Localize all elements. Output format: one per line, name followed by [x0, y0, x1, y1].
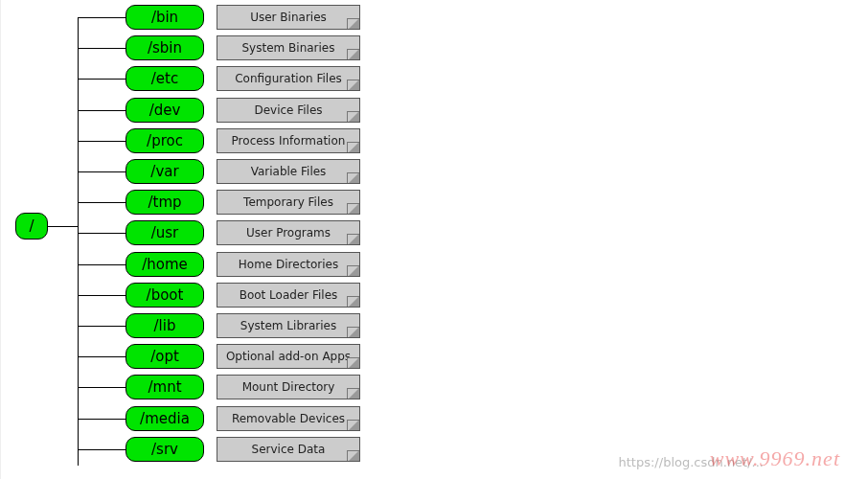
- desc-node-10: System Libraries: [217, 313, 360, 338]
- dir-label: /var: [150, 163, 178, 180]
- connector-branch-10: [78, 326, 126, 327]
- desc-label: Process Information: [232, 134, 346, 148]
- dir-node-tmp: /tmp: [126, 190, 204, 215]
- dir-node-var: /var: [126, 159, 204, 184]
- desc-node-5: Variable Files: [217, 159, 360, 184]
- desc-node-0: User Binaries: [217, 5, 360, 30]
- connector-branch-2: [78, 79, 126, 80]
- desc-label: Configuration Files: [235, 72, 342, 85]
- connector-branch-1: [78, 48, 126, 49]
- desc-label: System Binaries: [242, 41, 335, 55]
- desc-node-9: Boot Loader Files: [217, 283, 360, 308]
- connector-root: [48, 226, 78, 227]
- desc-node-8: Home Directories: [217, 252, 360, 277]
- root-node: /: [15, 213, 48, 240]
- dir-label: /usr: [151, 224, 179, 241]
- connector-branch-14: [78, 449, 126, 450]
- dir-node-etc: /etc: [126, 66, 204, 91]
- dir-label: /proc: [147, 132, 183, 149]
- desc-node-2: Configuration Files: [217, 66, 360, 91]
- dir-node-opt: /opt: [126, 344, 204, 369]
- desc-node-12: Mount Directory: [217, 375, 360, 399]
- dir-label: /mnt: [148, 378, 181, 396]
- dir-label: /boot: [147, 286, 184, 304]
- desc-node-6: Temporary Files: [217, 190, 360, 215]
- desc-label: Removable Devices: [232, 412, 345, 425]
- connector-branch-8: [78, 264, 126, 265]
- desc-node-4: Process Information: [217, 128, 360, 153]
- desc-node-14: Service Data: [217, 437, 360, 462]
- dir-node-dev: /dev: [126, 98, 204, 123]
- connector-branch-6: [78, 202, 126, 203]
- desc-node-1: System Binaries: [217, 35, 360, 60]
- desc-label: User Binaries: [250, 11, 327, 24]
- dir-node-proc: /proc: [126, 128, 204, 153]
- connector-branch-3: [78, 110, 126, 111]
- dir-node-media: /media: [126, 406, 204, 431]
- connector-trunk: [78, 17, 79, 466]
- dir-node-usr: /usr: [126, 220, 204, 245]
- desc-label: User Programs: [246, 226, 331, 240]
- desc-label: Home Directories: [239, 258, 338, 271]
- dir-label: /srv: [151, 441, 178, 458]
- desc-label: Boot Loader Files: [240, 288, 338, 302]
- connector-branch-13: [78, 419, 126, 420]
- dir-node-home: /home: [126, 252, 204, 277]
- dir-label: /dev: [149, 102, 181, 119]
- dir-label: /sbin: [148, 39, 182, 57]
- dir-node-mnt: /mnt: [126, 375, 204, 399]
- dir-label: /opt: [150, 348, 179, 365]
- diagram-canvas: / https://blog.csdn.net/... www.9969.net…: [0, 0, 868, 479]
- dir-node-bin: /bin: [126, 5, 204, 30]
- dir-label: /lib: [154, 317, 176, 334]
- dir-label: /bin: [151, 9, 178, 26]
- dir-node-lib: /lib: [126, 313, 204, 338]
- dir-label: /home: [142, 256, 188, 273]
- desc-label: Variable Files: [251, 165, 327, 178]
- desc-node-13: Removable Devices: [217, 406, 360, 431]
- connector-branch-11: [78, 356, 126, 357]
- dir-label: /media: [140, 410, 190, 427]
- connector-branch-9: [78, 295, 126, 296]
- connector-branch-5: [78, 171, 126, 172]
- dir-node-boot: /boot: [126, 283, 204, 308]
- watermark-site: www.9969.net: [710, 446, 840, 471]
- dir-node-srv: /srv: [126, 437, 204, 462]
- dir-label: /tmp: [148, 194, 181, 211]
- connector-branch-12: [78, 387, 126, 388]
- desc-node-7: User Programs: [217, 220, 360, 245]
- desc-label: Mount Directory: [242, 380, 335, 394]
- desc-label: Service Data: [252, 443, 326, 456]
- root-label: /: [29, 217, 34, 235]
- desc-label: Optional add-on Apps: [226, 350, 351, 363]
- desc-node-11: Optional add-on Apps: [217, 344, 360, 369]
- connector-branch-0: [78, 17, 126, 18]
- connector-branch-4: [78, 141, 126, 142]
- desc-node-3: Device Files: [217, 98, 360, 123]
- dir-label: /etc: [151, 70, 178, 87]
- desc-label: Device Files: [254, 103, 322, 117]
- dir-node-sbin: /sbin: [126, 35, 204, 60]
- desc-label: System Libraries: [240, 319, 336, 332]
- connector-branch-7: [78, 233, 126, 234]
- desc-label: Temporary Files: [243, 195, 333, 209]
